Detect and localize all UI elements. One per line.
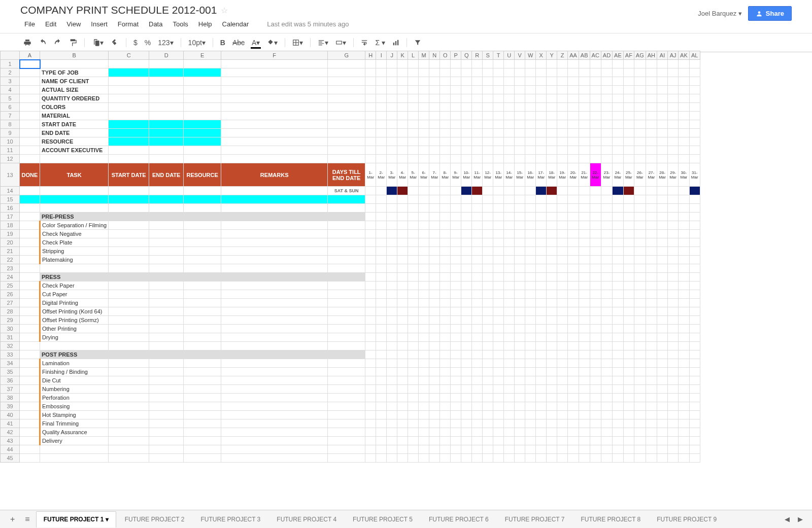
print-icon[interactable] bbox=[20, 37, 35, 49]
column-header-F[interactable]: F bbox=[221, 51, 328, 53]
svg-rect-4 bbox=[336, 41, 342, 44]
menu-help[interactable]: Help bbox=[194, 18, 216, 30]
last-edit-text: Last edit was 5 minutes ago bbox=[267, 20, 349, 28]
column-header-W[interactable]: W bbox=[525, 51, 536, 53]
star-icon[interactable]: ☆ bbox=[221, 6, 228, 15]
menu-file[interactable]: File bbox=[20, 18, 39, 30]
column-header-X[interactable]: X bbox=[536, 51, 547, 53]
column-header-H[interactable]: H bbox=[365, 51, 376, 53]
borders-button[interactable]: ▾ bbox=[289, 37, 306, 49]
user-menu[interactable]: Joel Barquez ▾ bbox=[698, 10, 742, 17]
functions-button[interactable]: Σ ▾ bbox=[372, 37, 388, 49]
fill-color-button[interactable]: ▾ bbox=[264, 37, 281, 49]
merge-button[interactable]: ▾ bbox=[332, 37, 349, 49]
column-header-L[interactable]: L bbox=[408, 51, 419, 53]
percent-button[interactable]: % bbox=[142, 37, 154, 49]
menu-tools[interactable]: Tools bbox=[168, 18, 192, 30]
column-header-N[interactable]: N bbox=[429, 51, 440, 53]
column-header-AF[interactable]: AF bbox=[623, 51, 634, 53]
toolbar: ▾ $ % 123 ▾ 10pt ▾ B Abc A ▾ ▾ ▾ ▾ ▾ Σ ▾ bbox=[0, 33, 812, 52]
column-header-AG[interactable]: AG bbox=[634, 51, 646, 53]
menu-insert[interactable]: Insert bbox=[87, 18, 112, 30]
document-header: COMPANY PRINT SCHEDULE 2012-001 ☆ FileEd… bbox=[0, 0, 812, 30]
column-header-I[interactable]: I bbox=[376, 51, 387, 53]
menu-edit[interactable]: Edit bbox=[41, 18, 60, 30]
column-header-AH[interactable]: AH bbox=[646, 51, 657, 53]
svg-rect-5 bbox=[393, 43, 394, 45]
column-header-C[interactable]: C bbox=[109, 51, 149, 53]
column-header-B[interactable]: B bbox=[40, 51, 109, 53]
undo-icon[interactable] bbox=[36, 37, 50, 49]
select-all-corner[interactable] bbox=[1, 51, 20, 53]
paint-format-icon[interactable] bbox=[66, 37, 80, 49]
column-header-AB[interactable]: AB bbox=[579, 51, 590, 53]
column-header-M[interactable]: M bbox=[419, 51, 429, 53]
svg-rect-6 bbox=[395, 41, 396, 45]
document-title[interactable]: COMPANY PRINT SCHEDULE 2012-001 ☆ bbox=[20, 4, 698, 16]
column-header-Q[interactable]: Q bbox=[461, 51, 472, 53]
menu-data[interactable]: Data bbox=[145, 18, 166, 30]
column-header-P[interactable]: P bbox=[451, 51, 461, 53]
svg-point-0 bbox=[758, 11, 761, 14]
column-header-AE[interactable]: AE bbox=[613, 51, 624, 53]
column-header-A[interactable]: A bbox=[20, 51, 40, 53]
column-header-O[interactable]: O bbox=[440, 51, 451, 53]
column-header-Z[interactable]: Z bbox=[557, 51, 568, 53]
person-icon bbox=[756, 10, 763, 17]
spreadsheet-grid[interactable]: ABCDEFGHIJKLMNOPQRSTUVWXYZAAABACADAEAFAG… bbox=[0, 51, 812, 52]
column-header-G[interactable]: G bbox=[328, 51, 365, 53]
column-header-AK[interactable]: AK bbox=[679, 51, 690, 53]
column-header-AA[interactable]: AA bbox=[568, 51, 579, 53]
column-header-D[interactable]: D bbox=[149, 51, 184, 53]
currency-button[interactable]: $ bbox=[130, 37, 141, 49]
share-button[interactable]: Share bbox=[748, 6, 792, 21]
column-header-U[interactable]: U bbox=[504, 51, 515, 53]
number-format-button[interactable]: 123 ▾ bbox=[155, 37, 176, 49]
paint-icon[interactable] bbox=[108, 37, 122, 49]
strikethrough-button[interactable]: Abc bbox=[229, 37, 248, 49]
column-header-AD[interactable]: AD bbox=[601, 51, 612, 53]
column-header-AJ[interactable]: AJ bbox=[668, 51, 679, 53]
column-header-V[interactable]: V bbox=[515, 51, 525, 53]
menu-calendar[interactable]: Calendar bbox=[218, 18, 253, 30]
text-color-button[interactable]: A ▾ bbox=[249, 37, 263, 49]
menu-format[interactable]: Format bbox=[114, 18, 143, 30]
align-button[interactable]: ▾ bbox=[315, 37, 331, 49]
column-header-J[interactable]: J bbox=[387, 51, 397, 53]
column-header-AC[interactable]: AC bbox=[590, 51, 601, 53]
wrap-button[interactable] bbox=[358, 37, 371, 48]
column-header-AL[interactable]: AL bbox=[689, 51, 700, 53]
column-header-K[interactable]: K bbox=[397, 51, 408, 53]
font-size-select[interactable]: 10pt ▾ bbox=[185, 37, 209, 49]
clipboard-icon[interactable]: ▾ bbox=[89, 37, 107, 49]
column-header-R[interactable]: R bbox=[472, 51, 483, 53]
chart-icon[interactable] bbox=[389, 37, 402, 48]
filter-icon[interactable] bbox=[411, 37, 424, 48]
column-header-AI[interactable]: AI bbox=[657, 51, 668, 53]
column-header-E[interactable]: E bbox=[184, 51, 221, 53]
column-header-S[interactable]: S bbox=[483, 51, 493, 53]
svg-rect-7 bbox=[397, 40, 398, 46]
column-header-Y[interactable]: Y bbox=[547, 51, 557, 53]
menu-view[interactable]: View bbox=[62, 18, 85, 30]
column-header-T[interactable]: T bbox=[493, 51, 504, 53]
menu-bar: FileEditViewInsertFormatDataToolsHelpCal… bbox=[20, 18, 698, 30]
bold-button[interactable]: B bbox=[217, 37, 228, 49]
redo-icon[interactable] bbox=[51, 37, 65, 49]
